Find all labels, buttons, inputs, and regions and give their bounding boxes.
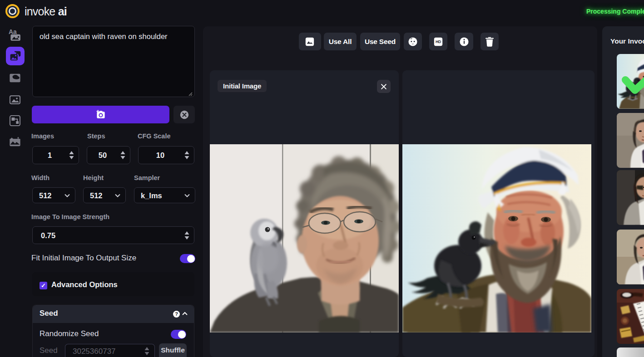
svg-text:HD: HD — [436, 39, 441, 44]
